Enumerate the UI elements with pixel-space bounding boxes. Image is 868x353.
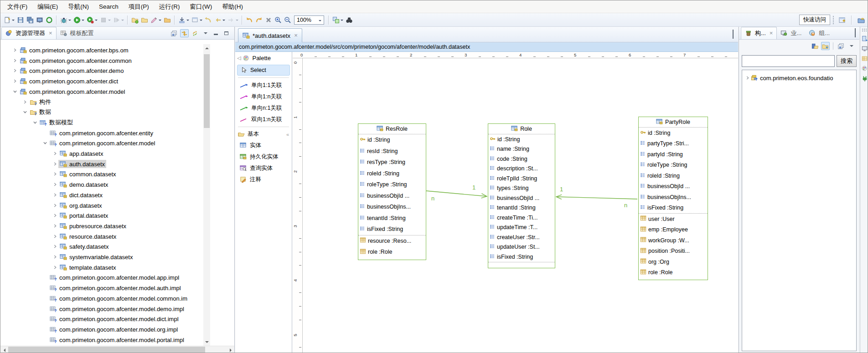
tree-item[interactable]: ?com.primeton.gocom.afcenter.model.dict.… [41,314,180,324]
chevron-right-icon[interactable] [52,161,58,167]
chevron-down-icon[interactable] [41,140,48,146]
server-start-icon[interactable] [44,15,54,25]
scrollbar-thumb[interactable] [8,347,205,353]
entity-attribute[interactable]: createUser :Str... [488,232,555,242]
association-line[interactable] [426,191,487,196]
entity-attribute[interactable]: resId :String [358,146,426,157]
tree-item[interactable]: com.primeton.gocom.afcenter.dict [11,76,119,86]
entity-attribute[interactable]: partyId :String [639,149,708,160]
breadcrumb[interactable]: com.primeton.gocom.afcenter.model/src/co… [235,42,738,52]
chevron-right-icon[interactable] [52,254,58,260]
chevron-right-icon[interactable] [52,171,58,177]
entity-reference[interactable]: workGroup :W... [639,235,708,246]
tree-item[interactable]: auth.datasetx [52,159,106,169]
chevron-right-icon[interactable] [52,150,58,157]
entity-attribute[interactable]: id :String [358,134,426,146]
tree-item[interactable]: ?com.primeton.gocom.afcenter.model.demo.… [41,304,186,314]
chevron-right-icon[interactable] [52,212,58,219]
chevron-down-icon[interactable] [121,20,124,22]
maximize-icon[interactable] [733,31,734,39]
chevron-down-icon[interactable] [200,20,202,22]
entity-Role[interactable]: Roleid :Stringname :Stringcode :Stringde… [488,123,555,268]
menu-item[interactable]: 导航(N) [63,0,94,13]
tab-resource-explorer[interactable]: 资源管理器 × [1,27,57,39]
save-icon[interactable] [16,15,25,25]
tree-item[interactable]: demo.datasetx [52,179,109,189]
tree-item[interactable]: com.primeton.gocom.afcenter.model [11,87,126,97]
collapse-all-icon[interactable] [837,42,845,50]
tree-item[interactable]: com.primeton.gocom.afcenter.common [11,56,133,66]
entity-attribute[interactable]: businessObjIns... [639,192,708,203]
palette-tool-entity[interactable]: 实体 [237,140,290,151]
run-config-icon[interactable] [85,15,95,25]
chevron-down-icon[interactable] [186,20,189,22]
entity-attribute[interactable]: roleTplId :String [488,174,555,184]
console-icon[interactable] [35,15,44,25]
resume-icon[interactable] [112,15,121,25]
entity-attribute[interactable]: partyType :Stri... [639,138,708,149]
quick-access-button[interactable]: 快速访问 [799,15,830,25]
chevron-down-icon[interactable] [12,20,15,22]
chevron-right-icon[interactable] [11,57,18,64]
drag-handle[interactable] [862,28,867,32]
tab-business[interactable]: 业... [777,27,805,39]
tree-item[interactable]: ?数据模型 [31,118,74,128]
tree-item[interactable]: ?com.primeton.gocom.afcenter.entity [41,128,155,138]
scroll-down-button[interactable] [203,338,210,346]
zoom-in-icon[interactable] [273,15,283,25]
palette-header[interactable]: ◁ Palette [235,52,292,64]
entity-reference[interactable]: role :Role [639,267,708,278]
entity-attribute[interactable]: id :String [639,128,708,138]
entity-attribute[interactable]: isFixed :String [488,252,555,262]
layers-icon[interactable] [331,15,341,25]
entity-attribute[interactable]: tenantId :String [488,203,555,213]
tree-item[interactable]: ? com.primeton.eos.foundatio [742,73,856,83]
tree-item[interactable]: ?com.primeton.gocom.afcenter.model.app.i… [41,272,181,282]
entity-attribute[interactable]: updateTime :T... [488,223,555,233]
entity-attribute[interactable]: code :String [488,154,555,164]
entity-reference[interactable]: role :Role [358,246,426,258]
palette-tool-query-entity[interactable]: 查询实体 [237,163,290,174]
chevron-down-icon[interactable] [108,20,111,22]
monitor-view-icon[interactable] [861,45,868,53]
entity-attribute[interactable]: description :St... [488,164,555,174]
entity-attribute[interactable]: roleId :String [639,170,708,181]
maximize-icon[interactable] [855,29,856,37]
menu-item[interactable]: 运行(R) [154,0,185,13]
chevron-right-icon[interactable] [21,99,28,105]
outline-doc-icon[interactable] [861,35,868,43]
entity-attribute[interactable]: updateUser :St... [488,242,555,252]
chevron-down-icon[interactable] [341,20,343,22]
link-with-editor-icon[interactable] [180,29,189,37]
chevron-down-icon[interactable] [21,109,28,115]
tree-item[interactable]: ?com.primeton.gocom.afcenter.model.commo… [41,293,189,303]
entity-attribute[interactable]: createTime :Ti... [488,213,555,223]
save-all-icon[interactable] [25,15,35,25]
search-button[interactable]: 搜索 [837,55,857,67]
chevron-down-icon[interactable] [11,88,18,95]
tree-item[interactable]: portal.datasetx [52,210,109,220]
entity-reference[interactable]: org :Org [639,256,708,267]
palette-tool-select[interactable]: Select [237,65,290,76]
entity-attribute[interactable]: isFixed :String [639,203,708,214]
editor-tab-auth-datasetx[interactable]: *auth.datasetx × [238,28,302,42]
tree-item[interactable]: org.datasetx [52,200,103,210]
tree-item[interactable]: ?com.primeton.gocom.afcenter.model.org.i… [41,324,179,334]
view-menu-icon[interactable] [201,29,210,37]
scrollbar-thumb[interactable] [204,54,210,128]
tree-item[interactable]: ?com.primeton.gocom.afcenter.model [41,138,156,148]
tree-item[interactable]: pubresource.datasetx [52,221,128,231]
tab-components[interactable]: 构... × [741,27,777,39]
entity-PartyRole[interactable]: PartyRoleid :StringpartyType :Stri...par… [638,117,708,280]
search-input[interactable] [742,55,835,67]
entity-attribute[interactable]: name :String [488,144,555,154]
tree-horizontal-scrollbar[interactable] [0,346,234,353]
brush-icon[interactable] [149,15,159,25]
data-table-view-icon[interactable] [861,55,868,63]
chevron-down-icon[interactable] [68,20,71,22]
undo-icon[interactable] [244,15,254,25]
import-down-icon[interactable] [177,15,186,25]
tree-item[interactable]: com.primeton.gocom.afcenter.bps.om [11,45,130,55]
entity-ResRole[interactable]: ResRoleid :StringresId :StringresType :S… [358,123,426,260]
entity-reference[interactable]: resource :Reso... [358,235,426,247]
